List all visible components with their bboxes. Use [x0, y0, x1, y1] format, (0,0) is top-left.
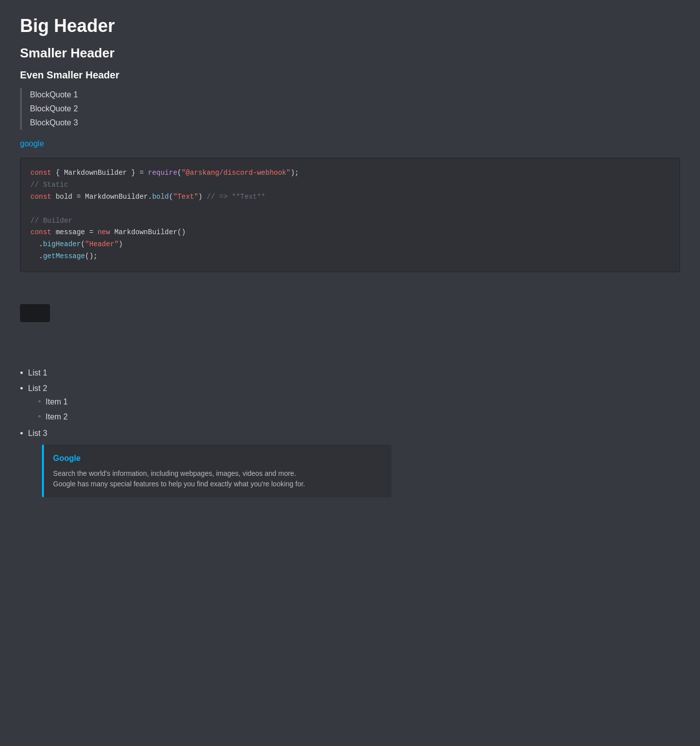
- list-item-2: • List 2 ◦ Item 1 ◦ Item 2: [20, 381, 680, 426]
- blockquote-line-1: BlockQuote 1: [30, 88, 680, 102]
- bullet-list-container: • List 1 • List 2 ◦ Item 1 ◦ Item 2: [20, 366, 680, 499]
- big-header: Big Header: [20, 15, 680, 36]
- sub-list-2: ◦ Item 1 ◦ Item 2: [28, 394, 680, 424]
- embed-description-line2: Google has many special features to help…: [53, 480, 305, 488]
- embed-card: Google Search the world's information, i…: [42, 444, 391, 497]
- spacer-2: [20, 346, 680, 366]
- spacer: [20, 284, 680, 304]
- list-item-3: • List 3 Google Search the world's infor…: [20, 426, 680, 499]
- list-item-2-label: List 2: [28, 384, 47, 392]
- dark-button[interactable]: [20, 304, 50, 322]
- embed-description: Search the world's information, includin…: [53, 468, 382, 489]
- sub-item-1-label: Item 1: [45, 396, 67, 408]
- sub-bullet-marker-1: ◦: [38, 396, 40, 406]
- sub-list-item-2: ◦ Item 2: [38, 409, 680, 424]
- google-link[interactable]: google: [20, 138, 680, 150]
- code-block: const { MarkdownBuilder } = require("@ar…: [20, 158, 680, 272]
- list-item-1: • List 1: [20, 366, 680, 381]
- bullet-marker-2: •: [20, 382, 23, 395]
- blockquote-line-3: BlockQuote 3: [30, 116, 680, 130]
- list-item-1-label: List 1: [28, 367, 47, 379]
- list-item-3-label: List 3: [28, 429, 47, 437]
- embed-title: Google: [53, 452, 382, 464]
- bullet-marker-1: •: [20, 367, 23, 379]
- sub-item-2-label: Item 2: [45, 411, 67, 423]
- embed-description-line1: Search the world's information, includin…: [53, 469, 296, 477]
- even-smaller-header: Even Smaller Header: [20, 69, 680, 81]
- smaller-header: Smaller Header: [20, 45, 680, 61]
- bullet-list: • List 1 • List 2 ◦ Item 1 ◦ Item 2: [20, 366, 680, 499]
- sub-bullet-marker-2: ◦: [38, 411, 40, 421]
- bullet-marker-3: •: [20, 427, 23, 440]
- blockquote-container: BlockQuote 1 BlockQuote 2 BlockQuote 3: [20, 88, 680, 130]
- blockquote-line-2: BlockQuote 2: [30, 102, 680, 116]
- sub-list-item-1: ◦ Item 1: [38, 394, 680, 409]
